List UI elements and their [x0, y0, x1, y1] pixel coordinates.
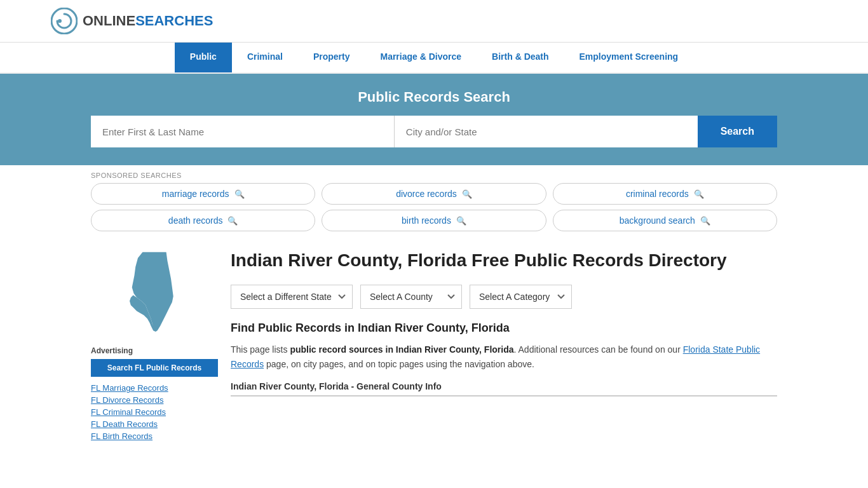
location-input[interactable] — [395, 116, 698, 147]
ad-search-button[interactable]: Search FL Public Records — [91, 359, 218, 377]
search-icon-4: 🔍 — [227, 216, 238, 226]
search-icon-2: 🔍 — [462, 189, 472, 199]
sponsored-criminal[interactable]: criminal records 🔍 — [553, 183, 777, 205]
sidebar: Advertising Search FL Public Records FL … — [91, 243, 231, 444]
sidebar-link-criminal[interactable]: FL Criminal Records — [91, 407, 218, 417]
sponsored-death[interactable]: death records 🔍 — [91, 210, 315, 231]
search-button[interactable]: Search — [698, 116, 777, 147]
logo-online: ONLINE — [83, 13, 135, 29]
category-select[interactable]: Select A Category — [470, 285, 572, 309]
nav-birth-death[interactable]: Birth & Death — [477, 43, 564, 72]
sponsored-divorce[interactable]: divorce records 🔍 — [322, 183, 546, 205]
svg-point-1 — [58, 19, 62, 23]
county-select[interactable]: Select A County — [360, 285, 462, 309]
nav-employment[interactable]: Employment Screening — [564, 43, 694, 72]
banner-title: Public Records Search — [51, 89, 817, 105]
description-bold: public record sources in Indian River Co… — [290, 344, 513, 355]
content-section: Advertising Search FL Public Records FL … — [91, 236, 777, 450]
find-title: Find Public Records in Indian River Coun… — [231, 322, 777, 335]
article: Indian River County, Florida Free Public… — [231, 243, 777, 444]
search-icon-3: 🔍 — [694, 189, 704, 199]
sidebar-link-divorce[interactable]: FL Divorce Records — [91, 395, 218, 405]
selects-row: Select a Different State Select A County… — [231, 285, 777, 309]
state-select[interactable]: Select a Different State — [231, 285, 353, 309]
logo-searches: SEARCHES — [135, 13, 213, 29]
sponsored-label: SPONSORED SEARCHES — [91, 165, 777, 183]
sidebar-link-birth[interactable]: FL Birth Records — [91, 431, 218, 441]
sponsored-birth[interactable]: birth records 🔍 — [322, 210, 546, 231]
search-icon-1: 🔍 — [234, 189, 245, 199]
nav-public[interactable]: Public — [175, 43, 232, 72]
search-icon-6: 🔍 — [700, 216, 710, 226]
sidebar-link-marriage[interactable]: FL Marriage Records — [91, 383, 218, 393]
sponsored-row-2: death records 🔍 birth records 🔍 backgrou… — [91, 210, 777, 231]
sponsored-section: SPONSORED SEARCHES marriage records 🔍 di… — [91, 165, 777, 231]
nav-criminal[interactable]: Criminal — [232, 43, 298, 72]
florida-map — [91, 249, 218, 334]
main-nav: Public Criminal Property Marriage & Divo… — [0, 43, 868, 74]
nav-property[interactable]: Property — [298, 43, 365, 72]
sidebar-links: FL Marriage Records FL Divorce Records F… — [91, 383, 218, 441]
logo: ONLINESEARCHES — [51, 8, 213, 34]
county-info-label: Indian River County, Florida - General C… — [231, 381, 777, 396]
name-input[interactable] — [91, 116, 395, 147]
search-icon-5: 🔍 — [456, 216, 466, 226]
sponsored-background[interactable]: background search 🔍 — [553, 210, 777, 231]
description: This page lists public record sources in… — [231, 342, 777, 371]
search-banner: Public Records Search Search — [0, 74, 868, 165]
article-title: Indian River County, Florida Free Public… — [231, 249, 777, 272]
sidebar-link-death[interactable]: FL Death Records — [91, 419, 218, 429]
svg-point-0 — [51, 8, 77, 34]
search-row: Search — [91, 116, 777, 147]
sponsored-marriage[interactable]: marriage records 🔍 — [91, 183, 315, 205]
nav-marriage-divorce[interactable]: Marriage & Divorce — [365, 43, 477, 72]
sponsored-row-1: marriage records 🔍 divorce records 🔍 cri… — [91, 183, 777, 205]
advertising-label: Advertising — [91, 346, 218, 355]
